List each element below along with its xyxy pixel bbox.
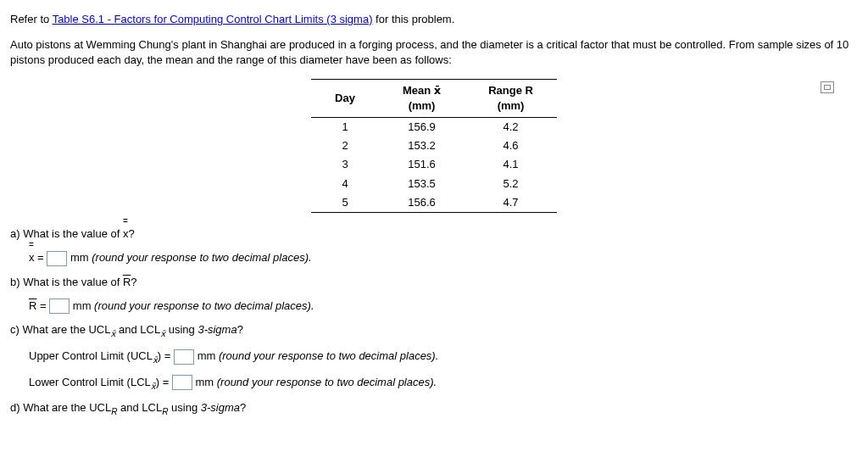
xbarbar-input[interactable] [47, 251, 67, 266]
table-row: 3151.64.1 [311, 155, 557, 174]
ucl-x-input[interactable] [174, 349, 194, 365]
data-table: Day Mean x̄ (mm) Range R (mm) 1156.94.2 … [311, 79, 557, 213]
col-day: Day [311, 79, 379, 117]
answer-c-ucl: Upper Control Limit (UCLx̄) = mm (round … [29, 349, 858, 366]
intro-suffix: for this problem. [372, 13, 454, 25]
answer-a: x = mm (round your response to two decim… [29, 250, 858, 266]
intro-prefix: Refer to [10, 13, 53, 25]
answer-c-lcl: Lower Control Limit (LCLx̄) = mm (round … [29, 375, 858, 393]
table-row: 5156.64.7 [311, 193, 557, 213]
question-d: d) What are the UCLR and LCLR using 3-si… [10, 400, 858, 418]
table-row: 2153.24.6 [311, 137, 557, 155]
rbar-input[interactable] [49, 298, 70, 314]
table-row: 4153.55.2 [311, 175, 557, 193]
answer-b: R = mm (round your response to two decim… [29, 298, 858, 315]
table-row: 1156.94.2 [311, 117, 557, 137]
reference-link[interactable]: Table S6.1 - Factors for Computing Contr… [53, 13, 373, 25]
popup-icon[interactable] [821, 81, 834, 93]
col-range: Range R (mm) [465, 79, 557, 117]
question-b: b) What is the value of R? [10, 275, 858, 290]
scenario-text: Auto pistons at Wemming Chung's plant in… [10, 37, 858, 68]
lcl-x-input[interactable] [172, 375, 192, 390]
question-c: c) What are the UCLx̄ and LCLx̄ using 3-… [10, 322, 858, 340]
col-mean: Mean x̄ (mm) [379, 79, 465, 117]
question-a: a) What is the value of x? [10, 226, 858, 242]
intro-line: Refer to Table S6.1 - Factors for Comput… [10, 12, 858, 27]
